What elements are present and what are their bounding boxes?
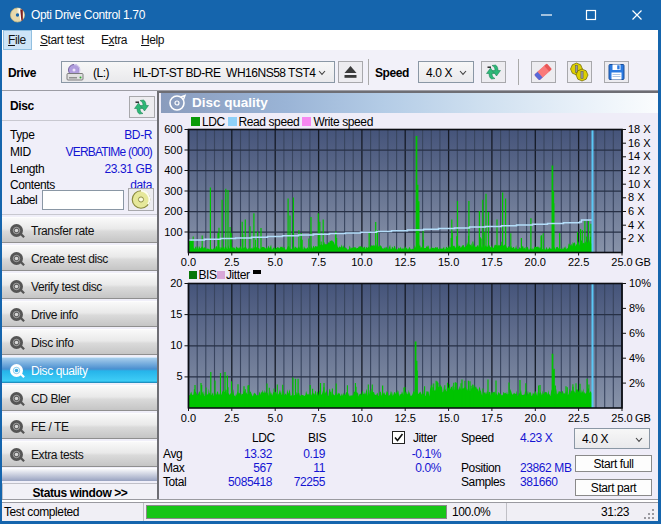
svg-text:25.0: 25.0 <box>611 256 632 268</box>
svg-text:12 X: 12 X <box>628 164 651 176</box>
svg-text:10 X: 10 X <box>628 178 651 190</box>
svg-text:22.5: 22.5 <box>568 412 589 424</box>
svg-text:2.5: 2.5 <box>224 256 239 268</box>
svg-text:10: 10 <box>170 339 182 351</box>
svg-text:100: 100 <box>164 226 182 238</box>
svg-text:15: 15 <box>170 308 182 320</box>
svg-text:0.0: 0.0 <box>181 412 196 424</box>
svg-text:600: 600 <box>164 123 182 135</box>
svg-text:300: 300 <box>164 185 182 197</box>
svg-text:7.5: 7.5 <box>311 412 326 424</box>
svg-text:14 X: 14 X <box>628 150 651 162</box>
svg-text:400: 400 <box>164 164 182 176</box>
svg-text:8 X: 8 X <box>628 191 645 203</box>
svg-text:2.5: 2.5 <box>224 412 239 424</box>
svg-text:4 X: 4 X <box>628 219 645 231</box>
svg-text:2 X: 2 X <box>628 232 645 244</box>
svg-text:15.0: 15.0 <box>438 256 459 268</box>
svg-text:25.0: 25.0 <box>611 412 632 424</box>
svg-text:5: 5 <box>176 370 182 382</box>
svg-text:4%: 4% <box>629 352 645 364</box>
svg-text:5.0: 5.0 <box>268 412 283 424</box>
svg-text:GB: GB <box>635 412 651 424</box>
svg-text:20.0: 20.0 <box>525 412 546 424</box>
svg-text:10.0: 10.0 <box>351 412 372 424</box>
svg-text:200: 200 <box>164 205 182 217</box>
svg-text:10.0: 10.0 <box>351 256 372 268</box>
svg-text:17.5: 17.5 <box>481 256 502 268</box>
svg-text:GB: GB <box>635 256 651 268</box>
svg-text:17.5: 17.5 <box>481 412 502 424</box>
svg-text:22.5: 22.5 <box>568 256 589 268</box>
svg-text:6%: 6% <box>629 327 645 339</box>
svg-text:2%: 2% <box>629 377 645 389</box>
svg-text:5.0: 5.0 <box>268 256 283 268</box>
svg-text:500: 500 <box>164 144 182 156</box>
svg-text:0.0: 0.0 <box>181 256 196 268</box>
svg-text:12.5: 12.5 <box>394 412 415 424</box>
svg-text:12.5: 12.5 <box>394 256 415 268</box>
svg-text:15.0: 15.0 <box>438 412 459 424</box>
svg-text:18 X: 18 X <box>628 123 651 135</box>
svg-text:7.5: 7.5 <box>311 256 326 268</box>
svg-text:16 X: 16 X <box>628 137 651 149</box>
svg-text:8%: 8% <box>629 302 645 314</box>
svg-text:6 X: 6 X <box>628 205 645 217</box>
svg-text:20.0: 20.0 <box>525 256 546 268</box>
